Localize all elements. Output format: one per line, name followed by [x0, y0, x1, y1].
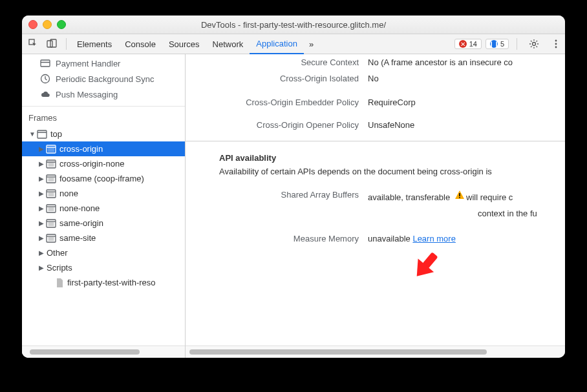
kv-key: Shared Array Buffers [186, 190, 368, 202]
warn-icon [454, 190, 464, 199]
sidebar-item-label: Periodic Background Sync [56, 74, 154, 84]
frame-icon [47, 160, 56, 169]
toggle-device-icon[interactable] [44, 36, 59, 52]
document-icon [54, 278, 63, 287]
frame-icon [47, 174, 56, 183]
messages-count: 5 [500, 40, 504, 48]
frame-icon [47, 204, 56, 213]
chevron-right-icon[interactable]: ▶ [37, 205, 45, 212]
chevron-down-icon[interactable]: ▼ [28, 130, 36, 138]
main-scrollbar[interactable] [186, 346, 565, 358]
kv-secure-context: Secure Context No (A frame ancestor is a… [186, 54, 565, 70]
kv-key: Cross-Origin Opener Policy [186, 120, 368, 130]
tree-label: none [59, 189, 78, 198]
tree-item-same-origin[interactable]: ▶ same-origin [22, 216, 185, 231]
kv-key: Secure Context [186, 57, 368, 67]
kv-key: Cross-Origin Embedder Policy [186, 98, 368, 107]
frames-tree: ▼ top ▶ cross-origin ▶ cross-origin-none… [22, 127, 185, 346]
tree-item-same-site[interactable]: ▶ same-site [22, 231, 185, 245]
tabs-overflow[interactable]: » [304, 34, 319, 54]
tree-label: same-origin [59, 218, 103, 228]
separator [517, 38, 517, 50]
tree-label: Scripts [47, 263, 72, 273]
kv-coop: Cross-Origin Opener Policy UnsafeNone [186, 117, 565, 133]
kv-value: No (A frame ancestor is an insecure co [368, 57, 565, 67]
tree-item-other[interactable]: ▶ Other [22, 245, 185, 260]
kv-value: unavailable Learn more [368, 234, 565, 243]
tree-item-foosame[interactable]: ▶ foosame (coop-iframe) [22, 171, 185, 186]
tab-sources[interactable]: Sources [162, 34, 206, 54]
devtools-window: DevTools - first-party-test-with-resourc… [22, 15, 565, 358]
kv-shared-array-buffers: Shared Array Buffers available, transfer… [186, 187, 565, 205]
sab-status: available, transferable [368, 192, 450, 202]
cloud-icon [40, 89, 50, 99]
tree-item-scripts[interactable]: ▶ Scripts [22, 260, 185, 275]
sidebar-item-periodic-bg-sync[interactable]: Periodic Background Sync [22, 71, 185, 87]
kv-measure-memory: Measure Memory unavailable Learn more [186, 231, 565, 247]
sidebar: Payment Handler Periodic Background Sync… [22, 54, 186, 358]
kv-value: available, transferable will require c [368, 190, 565, 202]
errors-badge[interactable]: ✕ 14 [454, 39, 482, 49]
tree-label: first-party-test-with-reso [67, 278, 156, 287]
tab-console[interactable]: Console [118, 34, 162, 54]
sab-warning-line2: context in the fu [368, 209, 565, 218]
frames-heading: Frames [22, 106, 185, 127]
more-menu-button[interactable] [547, 39, 565, 49]
frame-icon [47, 219, 56, 228]
settings-button[interactable] [525, 39, 543, 49]
tree-label: foosame (coop-iframe) [59, 174, 144, 183]
tree-label: top [50, 129, 62, 139]
kv-key: Cross-Origin Isolated [186, 74, 368, 83]
sidebar-item-push-messaging[interactable]: Push Messaging [22, 87, 185, 102]
error-icon: ✕ [459, 40, 467, 48]
kv-value: RequireCorp [368, 98, 565, 107]
frame-icon [47, 145, 56, 154]
chevron-right-icon[interactable]: ▶ [37, 175, 45, 182]
sidebar-item-label: Payment Handler [56, 59, 120, 68]
chevron-right-icon[interactable]: ▶ [37, 220, 45, 227]
tree-item-none-none[interactable]: ▶ none-none [22, 201, 185, 216]
kv-value: No [368, 74, 565, 83]
frame-icon [47, 189, 56, 198]
clock-icon [40, 74, 50, 84]
sidebar-item-label: Push Messaging [56, 90, 118, 99]
errors-count: 14 [469, 40, 477, 48]
message-icon: ❙❙ [490, 40, 498, 48]
titlebar: DevTools - first-party-test-with-resourc… [22, 15, 565, 34]
tree-item-script-leaf[interactable]: first-party-test-with-reso [22, 275, 185, 290]
chevron-right-icon[interactable]: ▶ [37, 145, 45, 152]
kv-blank [186, 209, 368, 218]
sab-warning: will require c [466, 192, 513, 202]
chevron-right-icon[interactable]: ▶ [37, 160, 45, 167]
close-window-button[interactable] [28, 20, 37, 29]
frame-icon [47, 234, 56, 243]
kv-sab-continued: context in the fu [186, 205, 565, 222]
tree-item-cross-origin[interactable]: ▶ cross-origin [22, 141, 185, 156]
tree-label: none-none [59, 203, 100, 213]
chevron-right-icon[interactable]: ▶ [37, 190, 45, 197]
sidebar-scrollbar[interactable] [22, 346, 185, 358]
kv-coep: Cross-Origin Embedder Policy RequireCorp [186, 94, 565, 110]
chevron-right-icon[interactable]: ▶ [37, 264, 45, 271]
zoom-window-button[interactable] [57, 20, 66, 29]
mm-status: unavailable [368, 234, 411, 243]
tab-elements[interactable]: Elements [70, 34, 118, 54]
minimize-window-button[interactable] [43, 20, 52, 29]
sidebar-item-payment-handler[interactable]: Payment Handler [22, 56, 185, 71]
inspect-element-icon[interactable] [26, 36, 41, 52]
learn-more-link[interactable]: Learn more [412, 234, 455, 243]
tree-label: Other [47, 248, 68, 258]
card-icon [40, 58, 50, 68]
chevron-right-icon[interactable]: ▶ [37, 249, 45, 256]
tab-network[interactable]: Network [206, 34, 250, 54]
tab-application[interactable]: Application [250, 34, 304, 54]
tree-label: cross-origin-none [59, 159, 124, 169]
devtools-toolbar: Elements Console Sources Network Applica… [22, 34, 565, 54]
tree-item-cross-origin-none[interactable]: ▶ cross-origin-none [22, 156, 185, 171]
messages-badge[interactable]: ❙❙ 5 [486, 39, 509, 49]
kv-cross-origin-isolated: Cross-Origin Isolated No [186, 70, 565, 87]
window-title: DevTools - first-party-test-with-resourc… [22, 20, 565, 30]
tree-item-top[interactable]: ▼ top [22, 127, 185, 141]
chevron-right-icon[interactable]: ▶ [37, 234, 45, 242]
tree-item-none[interactable]: ▶ none [22, 186, 185, 201]
